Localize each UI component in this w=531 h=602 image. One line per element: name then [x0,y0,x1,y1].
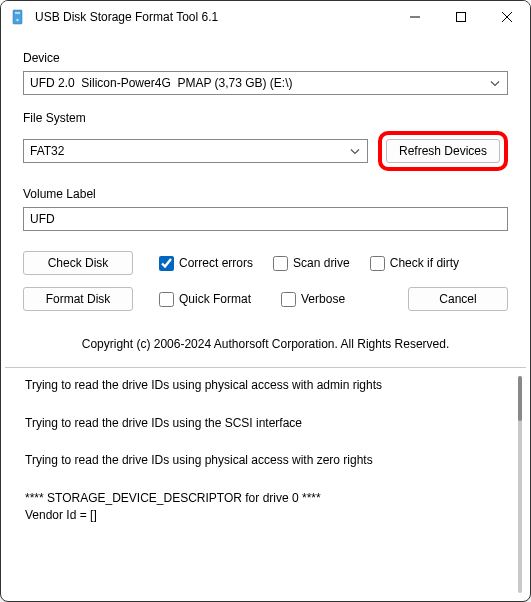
check-disk-button[interactable]: Check Disk [23,251,133,275]
volume-label-input[interactable] [23,207,508,231]
check-options: Correct errors Scan drive Check if dirty [139,256,508,271]
check-if-dirty-option[interactable]: Check if dirty [370,256,459,271]
copyright-text: Copyright (c) 2006-2024 Authorsoft Corpo… [23,327,508,367]
filesystem-row: Refresh Devices [23,131,508,171]
device-select[interactable] [23,71,508,95]
correct-errors-label: Correct errors [179,256,253,270]
quick-format-checkbox[interactable] [159,292,174,307]
app-window: USB Disk Storage Format Tool 6.1 Device … [0,0,531,602]
log-content: Trying to read the drive IDs using physi… [5,368,526,601]
format-disk-button[interactable]: Format Disk [23,287,133,311]
device-select-wrap [23,71,508,95]
verbose-label: Verbose [301,292,345,306]
window-title: USB Disk Storage Format Tool 6.1 [35,10,392,24]
log-line: Trying to read the drive IDs using the S… [25,416,506,432]
correct-errors-checkbox[interactable] [159,256,174,271]
cancel-button[interactable]: Cancel [408,287,508,311]
scan-drive-checkbox[interactable] [273,256,288,271]
window-controls [392,1,530,33]
verbose-option[interactable]: Verbose [281,292,345,307]
format-row: Format Disk Quick Format Verbose Cancel [23,287,508,311]
scan-drive-label: Scan drive [293,256,350,270]
check-row: Check Disk Correct errors Scan drive Che… [23,251,508,275]
device-label: Device [23,51,508,65]
quick-format-option[interactable]: Quick Format [159,292,251,307]
log-scrollbar[interactable] [518,376,522,593]
close-button[interactable] [484,1,530,33]
log-line: Trying to read the drive IDs using physi… [25,378,506,394]
svg-rect-1 [15,12,20,14]
scan-drive-option[interactable]: Scan drive [273,256,350,271]
verbose-checkbox[interactable] [281,292,296,307]
log-line: Vendor Id = [] [25,508,506,524]
format-options: Quick Format Verbose [139,292,402,307]
check-if-dirty-checkbox[interactable] [370,256,385,271]
svg-point-2 [16,19,18,21]
maximize-button[interactable] [438,1,484,33]
log-line: **** STORAGE_DEVICE_DESCRIPTOR for drive… [25,491,506,507]
check-if-dirty-label: Check if dirty [390,256,459,270]
minimize-button[interactable] [392,1,438,33]
main-content: Device File System Refresh Devices Volum… [1,33,530,367]
log-line: Trying to read the drive IDs using physi… [25,453,506,469]
filesystem-select[interactable] [23,139,368,163]
log-area: Trying to read the drive IDs using physi… [5,367,526,601]
correct-errors-option[interactable]: Correct errors [159,256,253,271]
refresh-devices-button[interactable]: Refresh Devices [386,139,500,163]
app-icon [11,9,27,25]
filesystem-select-wrap [23,139,368,163]
filesystem-label: File System [23,111,508,125]
volume-label-label: Volume Label [23,187,508,201]
svg-rect-4 [457,13,466,22]
quick-format-label: Quick Format [179,292,251,306]
refresh-highlight: Refresh Devices [378,131,508,171]
titlebar: USB Disk Storage Format Tool 6.1 [1,1,530,33]
scrollbar-thumb[interactable] [518,376,522,421]
